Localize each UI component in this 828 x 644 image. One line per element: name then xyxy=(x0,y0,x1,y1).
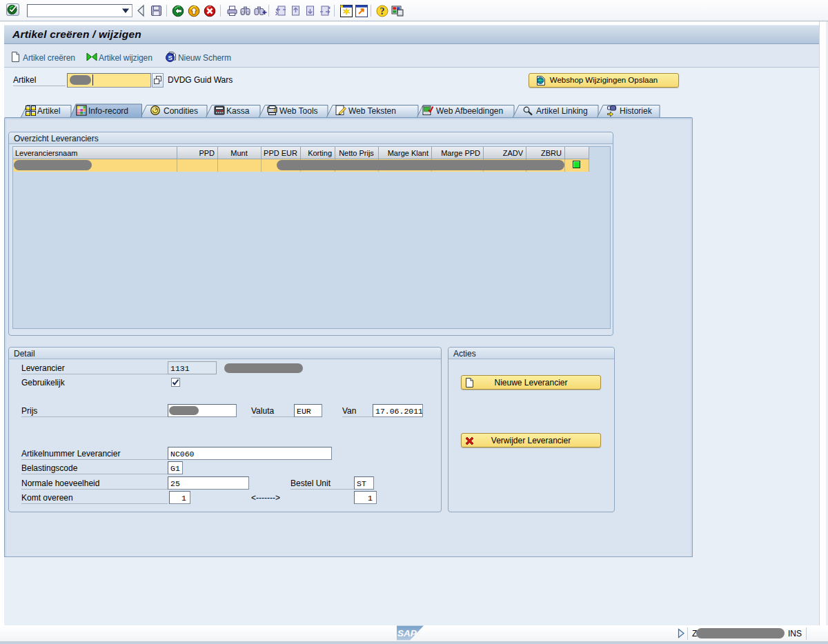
svg-text:Web Teksten: Web Teksten xyxy=(348,106,396,116)
svg-text:Info-record: Info-record xyxy=(88,106,128,116)
svg-text:?: ? xyxy=(380,6,385,17)
svg-text:Artikel Linking: Artikel Linking xyxy=(536,106,588,116)
svg-text:S: S xyxy=(168,54,172,61)
svg-text:Condities: Condities xyxy=(164,106,198,116)
svg-text:Artikel: Artikel xyxy=(37,106,60,116)
svg-text:SAP: SAP xyxy=(397,628,417,638)
svg-text:Historiek: Historiek xyxy=(620,106,653,116)
svg-text:Kassa: Kassa xyxy=(226,106,250,116)
svg-text:Web Tools: Web Tools xyxy=(279,106,318,116)
svg-text:Web Afbeeldingen: Web Afbeeldingen xyxy=(436,106,503,116)
